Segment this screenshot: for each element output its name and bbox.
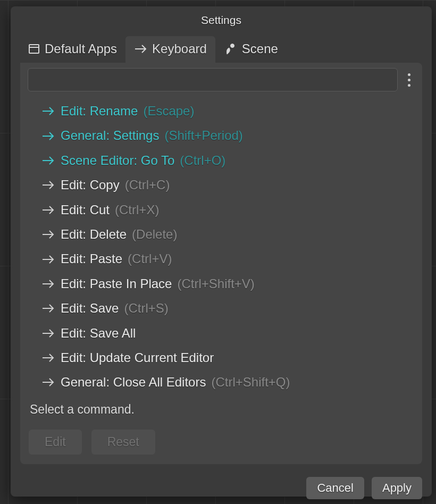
command-item[interactable]: Edit: Paste In Place(Ctrl+Shift+V)	[41, 272, 412, 296]
tab-label: Scene	[242, 41, 278, 56]
arrow-right-icon	[41, 303, 55, 314]
apply-button[interactable]: Apply	[372, 477, 422, 499]
arrow-right-icon	[41, 204, 55, 216]
command-shortcut: (Delete)	[132, 224, 177, 245]
svg-point-3	[230, 44, 234, 48]
command-item[interactable]: General: Close All Editors(Ctrl+Shift+Q)	[41, 370, 412, 394]
search-input[interactable]	[28, 68, 398, 91]
command-item[interactable]: Edit: Save(Ctrl+S)	[41, 296, 412, 321]
command-item[interactable]: General: Settings(Shift+Period)	[41, 123, 412, 148]
arrow-right-icon	[41, 229, 55, 240]
edit-button[interactable]: Edit	[29, 430, 82, 455]
command-label: Edit: Update Current Editor	[61, 348, 214, 368]
command-label: Edit: Rename	[61, 101, 138, 121]
command-shortcut: (Ctrl+S)	[124, 298, 168, 318]
command-label: Scene Editor: Go To	[61, 150, 174, 171]
command-list: Edit: Rename(Escape)General: Settings(Sh…	[28, 97, 415, 395]
command-item[interactable]: Edit: Paste(Ctrl+V)	[41, 247, 412, 271]
command-item[interactable]: Edit: Delete(Delete)	[41, 222, 412, 247]
arrow-right-icon	[41, 155, 55, 166]
tab-label: Keyboard	[152, 41, 207, 56]
tab-default-apps[interactable]: Default Apps	[19, 36, 125, 63]
command-label: Edit: Delete	[61, 224, 127, 245]
tab-label: Default Apps	[45, 41, 117, 56]
arrow-right-icon	[41, 327, 55, 339]
tab-scene[interactable]: Scene	[215, 36, 287, 63]
command-label: Edit: Paste	[61, 249, 122, 269]
command-label: General: Close All Editors	[61, 372, 206, 392]
cancel-button[interactable]: Cancel	[306, 477, 364, 499]
command-shortcut: (Ctrl+O)	[180, 150, 225, 171]
arrow-right-icon	[41, 352, 55, 364]
command-item[interactable]: Edit: Update Current Editor	[41, 346, 412, 370]
more-menu-button[interactable]	[403, 70, 415, 90]
svg-rect-0	[29, 45, 39, 53]
arrow-right-icon	[41, 376, 55, 388]
command-shortcut: (Shift+Period)	[164, 125, 242, 146]
command-label: General: Settings	[61, 125, 159, 146]
reset-button[interactable]: Reset	[91, 430, 155, 455]
status-text: Select a command.	[28, 395, 415, 427]
tab-keyboard[interactable]: Keyboard	[125, 36, 215, 63]
arrow-right-icon	[41, 278, 55, 290]
command-shortcut: (Ctrl+Shift+V)	[177, 274, 254, 294]
dialog-title: Settings	[11, 6, 432, 32]
window-icon	[28, 43, 40, 55]
arrow-right-icon	[41, 179, 55, 191]
command-shortcut: (Ctrl+V)	[128, 249, 172, 269]
command-label: Edit: Save	[61, 298, 119, 318]
arrow-right-icon	[41, 254, 55, 265]
command-label: Edit: Save All	[61, 323, 136, 343]
command-item[interactable]: Scene Editor: Go To(Ctrl+O)	[41, 148, 412, 173]
command-label: Edit: Copy	[61, 175, 120, 195]
command-shortcut: (Escape)	[143, 101, 194, 121]
command-item[interactable]: Edit: Cut(Ctrl+X)	[41, 198, 412, 222]
command-shortcut: (Ctrl+C)	[125, 175, 170, 195]
command-item[interactable]: Edit: Copy(Ctrl+C)	[41, 173, 412, 197]
command-shortcut: (Ctrl+X)	[115, 200, 159, 220]
settings-dialog: Settings Default Apps Keyboard	[11, 6, 432, 497]
arrow-right-icon	[41, 130, 55, 142]
search-row	[28, 68, 415, 91]
command-label: Edit: Paste In Place	[61, 274, 172, 294]
kebab-icon	[408, 73, 410, 76]
command-item[interactable]: Edit: Save All	[41, 321, 412, 346]
command-item[interactable]: Edit: Rename(Escape)	[41, 99, 412, 123]
keyboard-panel: Edit: Rename(Escape)General: Settings(Sh…	[20, 63, 422, 464]
command-shortcut: (Ctrl+Shift+Q)	[211, 372, 290, 392]
command-label: Edit: Cut	[61, 200, 110, 220]
dialog-footer: Cancel Apply	[11, 471, 432, 502]
tabs-row: Default Apps Keyboard Scene	[11, 32, 432, 63]
panel-buttons: Edit Reset	[28, 427, 415, 455]
scene-icon	[224, 43, 238, 55]
arrow-right-icon	[41, 105, 55, 117]
arrow-right-icon	[134, 43, 148, 55]
